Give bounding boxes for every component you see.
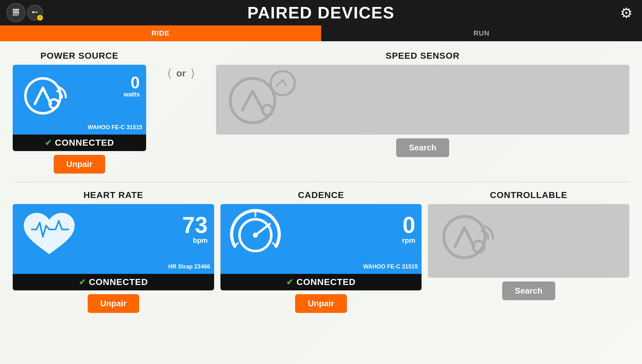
controllable-column: CONTROLLABLE [428,190,629,313]
power-source-card[interactable]: 0 watts WAHOO FE-C 31515 ✔ CONNECTED [13,65,146,151]
svg-line-6 [255,224,270,235]
bottom-row: HEART RATE 73 [13,190,629,313]
controllable-card [428,204,629,278]
chevron-left-icon[interactable]: ⟨ [167,67,172,80]
power-unit: watts [124,91,140,98]
controllable-trainer-icon [433,207,506,267]
power-checkmark-icon: ✔ [45,138,52,148]
or-text: or [176,68,186,79]
header-icons-left: ANT ⭠ ! [6,3,43,22]
cadence-device-name: WAHOO FE-C 31515 [363,263,418,270]
page-title: PAIRED DEVICES [247,3,395,22]
gear-icon: ⚙ [620,5,632,21]
cadence-checkmark-icon: ✔ [286,277,293,287]
ant-label: ANT [13,13,19,17]
section-divider [13,182,629,182]
hr-status-text: CONNECTED [89,277,148,287]
hr-checkmark-icon: ✔ [79,277,86,287]
power-source-label: POWER SOURCE [40,51,118,61]
speed-sensor-column: SPEED SENSOR [216,51,629,157]
cadence-card[interactable]: 0 rpm WAHOO FE-C 31515 ✔ CONNECTED [220,204,422,290]
main-container: ANT ⭠ ! PAIRED DEVICES ⚙ RIDE RUN POWER … [0,0,642,364]
power-status-bar: ✔ CONNECTED [13,135,146,151]
hr-value: 73 [182,214,208,236]
power-status-text: CONNECTED [55,138,114,148]
cadence-status-bar: ✔ CONNECTED [220,274,422,290]
cadence-value: 0 [402,214,415,236]
svg-line-10 [273,243,276,246]
tab-ride[interactable]: RIDE [0,25,321,41]
power-value: 0 [131,74,140,91]
speed-sensor-icon [221,66,300,126]
svg-point-7 [253,233,258,238]
hr-unpair-button[interactable]: Unpair [88,294,139,313]
tabs-bar: RIDE RUN [0,25,642,41]
ant-bars-icon [13,9,19,13]
heart-rate-label: HEART RATE [84,190,143,200]
hr-device-name: HR Strap 23466 [168,263,210,270]
power-source-column: POWER SOURCE [13,51,146,174]
svg-point-4 [271,71,295,95]
settings-button[interactable]: ⚙ [617,3,636,22]
warning-badge: ! [37,15,43,21]
speed-sensor-card [216,65,629,135]
bluetooth-button[interactable]: ⭠ ! [27,5,43,21]
svg-line-8 [235,243,238,246]
cadence-unit: rpm [402,236,416,245]
controllable-label: CONTROLLABLE [490,190,567,200]
controllable-icon-area [433,209,506,265]
top-row: POWER SOURCE [13,51,629,174]
heart-rate-card[interactable]: 73 bpm HR Strap 23466 ✔ CONNECTED [13,204,214,290]
power-icon-area [17,69,75,122]
hr-status-bar: ✔ CONNECTED [13,274,214,290]
bluetooth-icon: ⭠ [32,9,38,17]
speed-icon-area [221,69,300,122]
power-unpair-button[interactable]: Unpair [54,155,105,174]
content-area: POWER SOURCE [0,41,642,364]
cadence-column: CADENCE [220,190,422,313]
cadence-label: CADENCE [298,190,344,200]
cadence-status-text: CONNECTED [296,277,355,287]
chevron-right-icon[interactable]: ⟩ [191,67,195,80]
hr-unit: bpm [193,236,207,245]
heart-rate-icon [17,207,81,264]
ant-button[interactable]: ANT [6,3,25,22]
hr-icon-area [17,209,81,261]
header: ANT ⭠ ! PAIRED DEVICES ⚙ [0,0,642,25]
tab-run[interactable]: RUN [321,25,642,41]
speed-search-button[interactable]: Search [396,138,449,157]
power-device-name: WAHOO FE-C 31515 [88,124,142,131]
cadence-icon [225,205,286,265]
heart-rate-column: HEART RATE 73 [13,190,214,313]
controllable-search-button[interactable]: Search [502,281,555,300]
cadence-unpair-button[interactable]: Unpair [295,294,347,313]
cadence-icon-area [225,209,286,261]
or-divider: ⟨ or ⟩ [152,51,210,80]
power-trainer-icon [17,67,75,124]
speed-sensor-label: SPEED SENSOR [386,51,460,61]
